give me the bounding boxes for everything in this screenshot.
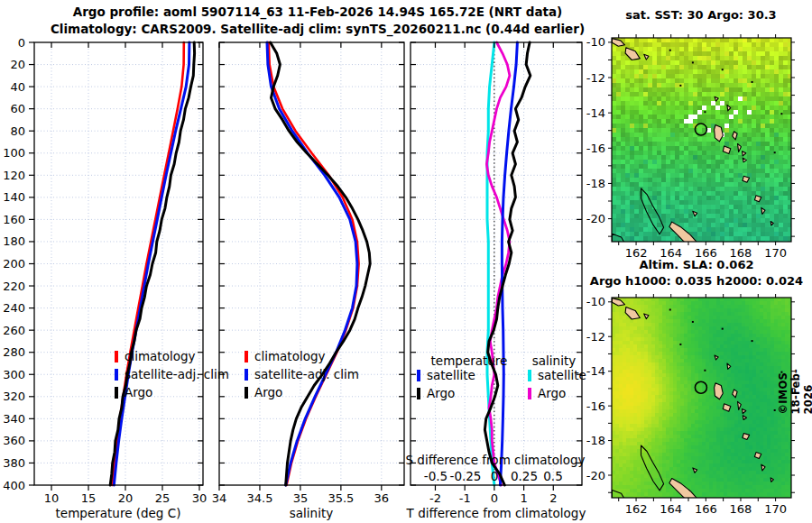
svg-text:166: 166	[695, 502, 717, 516]
s-axis-tick-label: -0.5	[424, 469, 448, 483]
svg-text:-18: -18	[586, 177, 605, 190]
svg-text:1: 1	[520, 491, 527, 505]
svg-text:20: 20	[118, 491, 134, 505]
svg-text:168: 168	[730, 502, 752, 516]
credit-text: ©IMOS 18-Feb-2026 11:41:17	[777, 362, 812, 415]
svg-text:240: 240	[3, 301, 25, 315]
legend-label: climatology	[125, 349, 195, 363]
svg-text:35: 35	[293, 491, 309, 505]
legend-label: satellite-adj. clim	[254, 367, 359, 381]
legend-label: satellite-adj. clim	[125, 367, 229, 381]
svg-text:30: 30	[192, 491, 208, 505]
map-sla-title-line1: Altim. SLA: 0.062	[640, 258, 754, 272]
legend-label: Argo	[427, 386, 455, 400]
svg-text:-20: -20	[586, 469, 605, 482]
x-axis-label-salinity: salinity	[290, 506, 333, 520]
legend-label: satellite	[538, 368, 586, 382]
svg-text:10: 10	[44, 491, 60, 505]
s-axis-tick-label: 0.5	[543, 469, 562, 483]
svg-text:170: 170	[764, 502, 787, 516]
svg-text:-16: -16	[586, 142, 605, 155]
svg-text:300: 300	[3, 368, 25, 381]
legend-item: satellite-adj. clim	[115, 365, 229, 383]
svg-text:220: 220	[3, 280, 25, 293]
svg-text:0: 0	[491, 491, 498, 505]
svg-text:20: 20	[10, 58, 25, 71]
svg-text:34.5: 34.5	[246, 491, 272, 505]
legend-item: satellite-adj. clim	[245, 365, 359, 383]
svg-text:-2: -2	[429, 491, 441, 505]
svg-text:140: 140	[3, 190, 25, 204]
x-axis-label-temperature: temperature (deg C)	[56, 506, 181, 520]
svg-text:160: 160	[3, 213, 25, 226]
svg-text:60: 60	[10, 102, 25, 115]
svg-text:-16: -16	[586, 399, 605, 413]
svg-text:-18: -18	[586, 434, 605, 447]
satellite-line-swatch	[417, 370, 420, 381]
legend-label: Argo	[538, 386, 566, 400]
svg-text:340: 340	[3, 412, 25, 426]
svg-text:164: 164	[660, 502, 682, 516]
satellite-clim-line-swatch	[245, 369, 248, 381]
climatology-line-swatch	[245, 351, 248, 362]
svg-text:260: 260	[3, 324, 25, 337]
legend-label: climatology	[254, 349, 325, 363]
argo-salinity-line-swatch	[528, 388, 531, 399]
argo-line-swatch	[417, 388, 420, 399]
figure-title-line2: Climatology: CARS2009. Satellite-adj cli…	[51, 22, 585, 36]
svg-text:200: 200	[3, 257, 25, 271]
legend-item: satellite	[528, 366, 586, 384]
svg-text:-14: -14	[586, 106, 605, 120]
s-difference-axis-title: S difference from climatology	[405, 453, 585, 467]
svg-text:100: 100	[3, 146, 25, 160]
svg-text:25: 25	[155, 491, 171, 505]
svg-text:0: 0	[18, 36, 25, 50]
map-sla-title-line2: Argo h1000: 0.035 h2000: 0.024	[590, 274, 803, 289]
svg-text:36: 36	[374, 491, 390, 505]
satellite-clim-line-swatch	[115, 369, 118, 381]
svg-text:40: 40	[10, 80, 25, 94]
argo-profile-figure: 1015202530020406080100120140160180200220…	[0, 0, 812, 523]
legend-diff-temperature: satellite Argo	[417, 366, 475, 402]
svg-text:-1: -1	[459, 491, 471, 505]
legend-item: Argo	[528, 384, 586, 402]
svg-text:180: 180	[3, 234, 25, 248]
svg-text:280: 280	[3, 345, 25, 359]
legend-item: Argo	[115, 383, 229, 401]
svg-text:120: 120	[3, 169, 25, 182]
svg-text:-12: -12	[586, 71, 605, 85]
svg-text:34: 34	[212, 491, 227, 505]
legend-item: satellite	[417, 366, 475, 384]
svg-text:2: 2	[549, 491, 557, 505]
s-axis-tick-label: 0.25	[511, 469, 538, 483]
satellite-salinity-line-swatch	[528, 370, 531, 381]
legend-label: satellite	[427, 368, 475, 382]
legend-item: Argo	[417, 384, 475, 402]
svg-text:35.5: 35.5	[328, 491, 354, 505]
svg-text:162: 162	[625, 502, 648, 516]
svg-text:-10: -10	[586, 295, 605, 308]
figure-title-line1: Argo profile: aoml 5907114_63 11-Feb-202…	[73, 5, 563, 19]
argo-line-swatch	[115, 387, 118, 399]
legend-temperature-panel: climatology satellite-adj. clim Argo	[115, 347, 229, 401]
legend-item: Argo	[245, 383, 359, 401]
argo-line-swatch	[245, 387, 248, 399]
svg-text:-10: -10	[586, 35, 605, 49]
svg-text:-14: -14	[586, 364, 605, 378]
svg-text:360: 360	[3, 434, 25, 447]
legend-diff-salinity: satellite Argo	[528, 366, 586, 402]
s-axis-tick-label: -0.25	[450, 469, 482, 483]
climatology-line-swatch	[115, 351, 118, 362]
s-axis-tick-label: 0	[491, 469, 499, 483]
svg-text:80: 80	[10, 124, 25, 138]
legend-item: climatology	[115, 347, 229, 365]
legend-salinity-panel: climatology satellite-adj. clim Argo	[245, 347, 359, 401]
x-axis-label-t-difference: T difference from climatology	[407, 506, 586, 520]
svg-text:320: 320	[3, 390, 25, 403]
svg-text:15: 15	[81, 491, 97, 505]
svg-text:380: 380	[3, 456, 25, 470]
legend-label: Argo	[125, 385, 152, 399]
map-sst-title: sat. SST: 30 Argo: 30.3	[625, 8, 776, 23]
svg-text:170: 170	[764, 246, 787, 260]
legend-item: climatology	[245, 347, 359, 365]
